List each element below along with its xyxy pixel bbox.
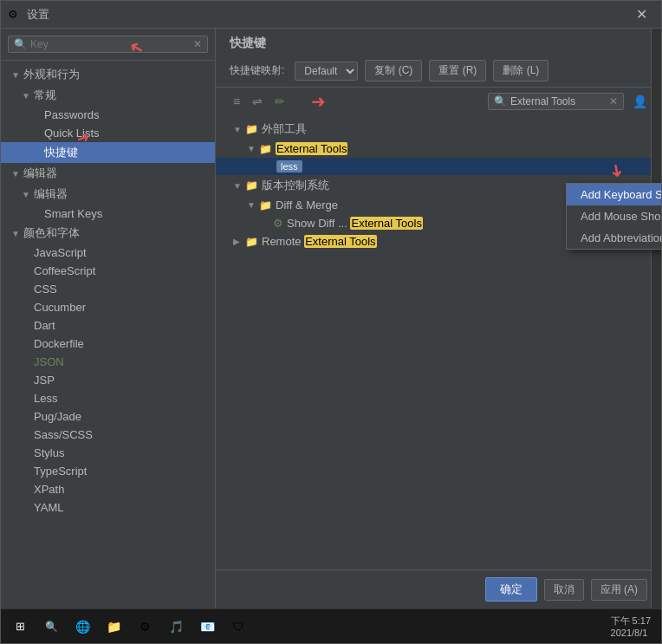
sidebar-item-jsp[interactable]: JSP: [1, 371, 215, 389]
sidebar-item-stylus[interactable]: Stylus: [1, 444, 215, 462]
sidebar-item-label: 编辑器: [34, 186, 68, 202]
taskbar-explorer[interactable]: 📁: [98, 611, 129, 642]
context-menu-add-mouse[interactable]: Add Mouse Shortcut: [567, 205, 661, 227]
window-title: 设置: [27, 7, 629, 23]
ok-button[interactable]: 确定: [485, 577, 537, 602]
bottom-bar: 确定 取消 应用 (A): [216, 569, 661, 608]
triangle-icon: [247, 200, 256, 210]
tree-node-less[interactable]: less: [216, 158, 661, 175]
taskbar-music[interactable]: 🎵: [160, 611, 191, 642]
sidebar-item-label: Cucumber: [34, 301, 86, 314]
search-clear-icon[interactable]: ✕: [609, 95, 618, 107]
sidebar-item-smartkeys[interactable]: Smart Keys: [1, 205, 215, 223]
sidebar-item-javascript[interactable]: JavaScript: [1, 244, 215, 262]
sidebar-item-label: JavaScript: [34, 246, 87, 259]
sidebar-item-typescript[interactable]: TypeScript: [1, 462, 215, 480]
sidebar-item-label: TypeScript: [34, 465, 87, 478]
tree-node-external-tools[interactable]: 📁 External Tools: [216, 140, 661, 158]
sidebar-item-yaml[interactable]: YAML: [1, 498, 215, 517]
person-icon[interactable]: 👤: [633, 94, 647, 108]
panel-title: 快捷键: [216, 29, 661, 55]
sidebar-item-label: Dockerfile: [34, 337, 84, 350]
sidebar-item-label: 快捷键: [44, 145, 78, 160]
sidebar-item-color-font[interactable]: 颜色和字体: [1, 223, 215, 244]
apply-button[interactable]: 应用 (A): [591, 579, 647, 601]
triangle-icon: [233, 125, 242, 134]
sidebar-item-label: 颜色和字体: [23, 225, 80, 241]
sidebar-item-label: Stylus: [34, 446, 64, 459]
folder-icon: 📁: [245, 236, 258, 248]
sidebar-item-label: Less: [34, 392, 57, 405]
sidebar-item-passwords[interactable]: Passwords: [1, 106, 215, 124]
taskbar-mail[interactable]: 📧: [191, 611, 223, 642]
content-area: 🔍 ✕ ➜ 外观和行为 常规: [1, 29, 661, 608]
sidebar-item-editor-section[interactable]: 编辑器: [1, 163, 215, 184]
triangle-icon: [233, 237, 242, 246]
sidebar-item-xpath[interactable]: XPath: [1, 480, 215, 498]
triangle-icon: [233, 181, 242, 191]
triangle-icon: [11, 70, 20, 80]
less-tag: less: [276, 160, 302, 172]
app-icon: ⚙: [8, 8, 22, 22]
search-icon: 🔍: [14, 38, 27, 50]
sidebar-item-cucumber[interactable]: Cucumber: [1, 298, 215, 316]
sidebar-item-appearance[interactable]: 外观和行为: [1, 64, 215, 85]
main-search-wrap[interactable]: 🔍 ✕: [488, 93, 624, 110]
sidebar-item-sassscss[interactable]: Sass/SCSS: [1, 426, 215, 444]
taskbar-time: 下午 5:172021/8/1: [604, 615, 658, 638]
sidebar-item-pugjade[interactable]: Pug/Jade: [1, 407, 215, 426]
sidebar-item-label: 外观和行为: [23, 67, 80, 82]
delete-button[interactable]: 删除 (L): [493, 60, 548, 81]
triangle-icon: [22, 190, 30, 199]
sidebar-item-dockerfile[interactable]: Dockerfile: [1, 335, 215, 353]
cancel-button[interactable]: 取消: [544, 579, 584, 601]
sidebar-item-label: Sass/SCSS: [34, 428, 93, 441]
keymap-label: 快捷键映射:: [230, 63, 284, 78]
close-button[interactable]: ✕: [629, 3, 654, 26]
sidebar-item-editor[interactable]: 编辑器: [1, 184, 215, 205]
main-search-input[interactable]: [510, 95, 606, 107]
tree-node-label: Remote External Tools: [262, 235, 377, 248]
sidebar-item-dart[interactable]: Dart: [1, 316, 215, 335]
sidebar-item-shortcuts[interactable]: 快捷键: [1, 142, 215, 163]
context-menu-add-keyboard[interactable]: Add Keyboard Shortcut: [567, 184, 661, 205]
sidebar-item-json[interactable]: JSON: [1, 353, 215, 371]
sidebar-item-less[interactable]: Less: [1, 389, 215, 407]
folder-icon: 📁: [259, 143, 272, 155]
taskbar-search[interactable]: 🔍: [36, 611, 67, 642]
sidebar-search-clear-icon[interactable]: ✕: [193, 38, 202, 50]
align-left-icon[interactable]: ≡: [230, 93, 243, 110]
reset-button[interactable]: 重置 (R): [429, 60, 486, 81]
sidebar-item-general[interactable]: 常规: [1, 85, 215, 106]
folder-icon: 📁: [259, 199, 272, 211]
align-center-icon[interactable]: ⇌: [249, 93, 266, 110]
tree-node-label: 外部工具: [262, 121, 307, 137]
sidebar-search-input[interactable]: [30, 38, 193, 50]
title-bar: ⚙ 设置 ✕: [1, 1, 661, 29]
taskbar-start[interactable]: ⊞: [4, 611, 36, 642]
search-right-icon: 🔍: [494, 95, 507, 107]
sidebar-item-quicklists[interactable]: Quick Lists: [1, 124, 215, 142]
sidebar-item-css[interactable]: CSS: [1, 280, 215, 298]
context-menu: Add Keyboard Shortcut Add Mouse Shortcut…: [566, 183, 661, 250]
sidebar-item-label: JSON: [34, 355, 64, 368]
folder-icon: 📁: [245, 179, 258, 192]
copy-button[interactable]: 复制 (C): [365, 60, 422, 81]
edit-icon[interactable]: ✏: [271, 93, 289, 110]
right-side-strip: [651, 29, 661, 608]
sidebar: 🔍 ✕ ➜ 外观和行为 常规: [1, 29, 216, 608]
taskbar-chrome[interactable]: 🌐: [67, 611, 98, 642]
sidebar-item-coffeescript[interactable]: CoffeeScript: [1, 262, 215, 280]
keymap-select[interactable]: Default: [295, 62, 358, 81]
triangle-icon: [11, 229, 20, 238]
context-menu-add-abbreviation[interactable]: Add Abbreviation: [567, 227, 661, 249]
taskbar-shield[interactable]: 🛡: [223, 611, 254, 642]
sidebar-item-label: Passwords: [44, 108, 100, 121]
sidebar-item-label: XPath: [34, 483, 64, 496]
sidebar-item-label: Pug/Jade: [34, 410, 81, 423]
taskbar-settings[interactable]: ⚙: [129, 611, 160, 642]
sidebar-search-wrap[interactable]: 🔍 ✕: [8, 36, 208, 53]
sidebar-item-label: YAML: [34, 501, 63, 514]
keymap-select-wrap[interactable]: Default: [295, 62, 358, 81]
tree-node-external-tools-root[interactable]: 📁 外部工具: [216, 119, 661, 140]
